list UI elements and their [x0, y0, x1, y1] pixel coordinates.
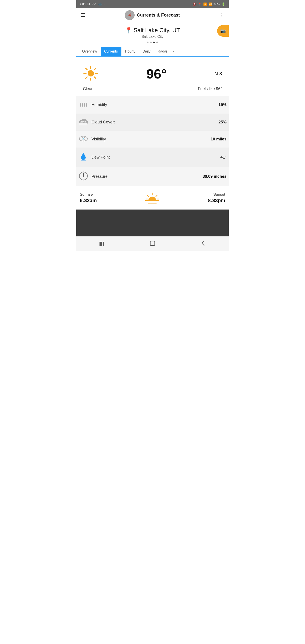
- app-bar: ☰ 4 Currents & Forecast ⋮: [76, 8, 229, 22]
- dew-point-label: Dew Point: [92, 155, 110, 160]
- humidity-label: Humidity: [92, 102, 107, 107]
- weather-details: Humidity 15% Cloud Cover: 25%: [76, 96, 229, 186]
- camera-fab-button[interactable]: 📷: [217, 25, 229, 37]
- wifi-icon: 📶: [203, 2, 207, 6]
- status-time: 4:00: [80, 2, 86, 6]
- navigation-bar: [76, 236, 229, 251]
- status-temp: 77°: [92, 2, 96, 6]
- dot-1: [147, 42, 148, 44]
- svg-rect-12: [80, 123, 88, 126]
- cloud-icon: [78, 118, 88, 126]
- status-bar: 4:00 🖼 77° 📹 • 🔇 📍 📶 📶 93% 🔋: [76, 0, 229, 8]
- humidity-row: Humidity 15%: [76, 96, 229, 114]
- svg-rect-30: [103, 242, 104, 246]
- photo-icon: 🖼: [87, 2, 90, 6]
- condition-row: Clear Feels like 96°: [81, 84, 224, 96]
- svg-point-19: [83, 175, 84, 177]
- weather-condition: Clear: [83, 86, 92, 91]
- location-header: 📍 Salt Lake City, UT Salt Lake City + 📷: [76, 22, 229, 47]
- tabs-arrow-icon[interactable]: ›: [171, 47, 176, 56]
- tab-hourly[interactable]: Hourly: [122, 47, 139, 56]
- tab-radar[interactable]: Radar: [154, 47, 171, 56]
- hamburger-menu-icon[interactable]: ☰: [81, 12, 85, 18]
- battery-icon: 🔋: [222, 2, 225, 6]
- pressure-icon: [78, 171, 88, 182]
- cloud-cover-value: 25%: [218, 120, 226, 124]
- location-sub: Salt Lake City: [81, 35, 224, 39]
- humidity-icon: [78, 100, 88, 110]
- svg-line-5: [94, 77, 96, 78]
- sunrise-time: 6:32am: [80, 198, 97, 204]
- dot-2: [150, 42, 152, 44]
- battery-status: 93%: [214, 2, 220, 6]
- nav-menu-button[interactable]: [98, 240, 105, 248]
- cloud-cover-row: Cloud Cover: 25%: [76, 114, 229, 131]
- pressure-label: Pressure: [92, 174, 108, 179]
- status-left: 4:00 🖼 77° 📹 •: [80, 2, 105, 6]
- sunrise-label: Sunrise: [80, 192, 93, 196]
- visibility-value: 10 miles: [211, 137, 226, 142]
- humidity-value: 15%: [218, 102, 226, 107]
- main-content: 96° N 8 Clear Feels like 96°: [76, 56, 229, 96]
- tab-bar: Overview Currents Hourly Daily Radar ›: [76, 47, 229, 56]
- nav-back-button[interactable]: [200, 240, 206, 248]
- app-bar-center: 4 Currents & Forecast: [125, 10, 180, 20]
- app-title: Currents & Forecast: [137, 12, 180, 18]
- camera-icon: 📷: [220, 28, 226, 34]
- dot-icon: •: [104, 2, 105, 6]
- feels-like: Feels like 96°: [198, 86, 222, 91]
- dew-point-row: Dew Point 41°: [76, 148, 229, 167]
- svg-line-24: [147, 195, 149, 196]
- cloud-cover-label: Cloud Cover:: [92, 120, 115, 124]
- app-logo: 4: [125, 10, 134, 20]
- sun-icon: [83, 66, 98, 82]
- location-dots: +: [81, 40, 224, 44]
- tab-daily[interactable]: Daily: [139, 47, 154, 56]
- sunrise-sunset-section: Sunrise 6:32am Sunset 8:33pm: [76, 186, 229, 210]
- more-options-icon[interactable]: ⋮: [219, 12, 224, 18]
- sunset-time: 8:33pm: [208, 198, 225, 204]
- visibility-icon: [78, 135, 88, 144]
- svg-point-8: [88, 70, 94, 76]
- svg-line-6: [94, 68, 96, 70]
- svg-point-15: [83, 138, 84, 140]
- sunrise-block: Sunrise 6:32am: [80, 192, 97, 204]
- sun-horizon-icon: [144, 191, 160, 204]
- dew-point-icon: [78, 152, 88, 163]
- sunset-label: Sunset: [213, 192, 225, 196]
- svg-rect-31: [150, 241, 155, 246]
- sunset-block: Sunset 8:33pm: [208, 192, 225, 204]
- video-icon: 📹: [98, 2, 102, 6]
- visibility-label: Visibility: [92, 137, 106, 142]
- bottom-dark-area: [76, 210, 229, 236]
- location-city: 📍 Salt Lake City, UT: [81, 27, 224, 34]
- location-icon: 📍: [198, 2, 202, 6]
- signal-icon: 📶: [209, 2, 212, 6]
- nav-home-button[interactable]: [149, 240, 156, 248]
- temperature-display: 96°: [98, 66, 214, 82]
- wind-display: N 8: [214, 71, 222, 77]
- pressure-value: 30.09 inches: [202, 174, 226, 179]
- current-weather-section: 96° N 8: [81, 61, 224, 84]
- svg-rect-28: [100, 242, 101, 246]
- status-right: 🔇 📍 📶 📶 93% 🔋: [192, 2, 225, 6]
- visibility-row: Visibility 10 miles: [76, 131, 229, 148]
- tab-overview[interactable]: Overview: [78, 47, 100, 56]
- tab-currents[interactable]: Currents: [100, 47, 122, 56]
- add-location-icon[interactable]: +: [156, 40, 158, 44]
- svg-line-7: [86, 77, 87, 78]
- svg-line-25: [156, 195, 157, 196]
- dew-point-value: 41°: [220, 155, 226, 160]
- svg-rect-29: [101, 242, 102, 246]
- mute-icon: 🔇: [192, 2, 196, 6]
- location-pin-icon: 📍: [125, 27, 132, 34]
- svg-line-4: [86, 68, 87, 70]
- pressure-row: Pressure 30.09 inches: [76, 167, 229, 186]
- dot-3: [153, 42, 155, 44]
